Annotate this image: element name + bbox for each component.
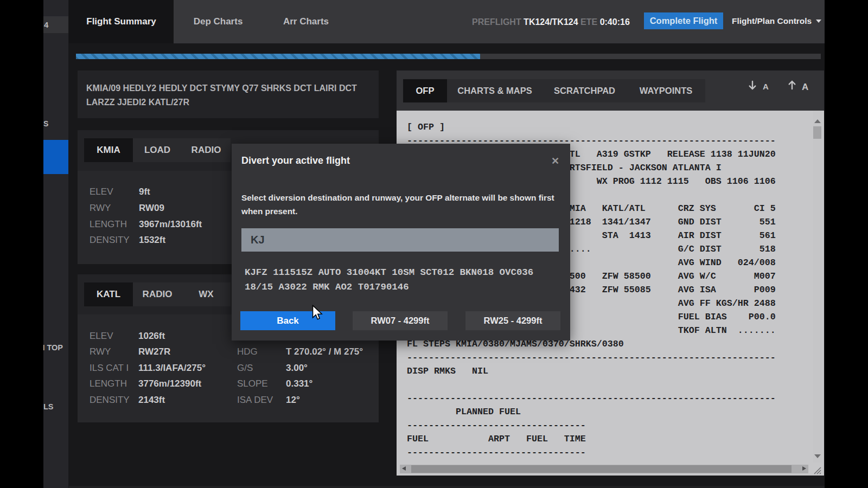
svg-text:A: A xyxy=(763,82,769,91)
svg-text:A: A xyxy=(802,82,808,92)
